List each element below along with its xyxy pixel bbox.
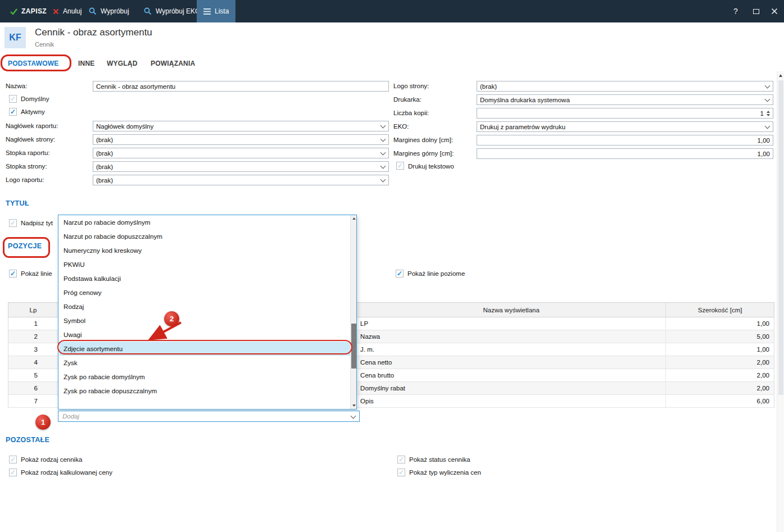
naglowek-raportu-select[interactable]: Nagłówek domyślny: [93, 121, 389, 131]
nadpisz-tytul-checkbox[interactable]: [9, 219, 17, 227]
margines-dolny-value: 1,00: [480, 137, 770, 144]
record-type-badge: KF: [4, 27, 26, 48]
cell-lp: 6: [8, 382, 58, 394]
drukarka-select[interactable]: Domyślna drukarka systemowa: [477, 94, 773, 105]
pokaz-rodzaj-cennika-checkbox[interactable]: [9, 456, 17, 463]
drukuj-tekstowo-checkbox[interactable]: [396, 162, 404, 170]
pokaz-status-cennika-label: Pokaż status cennika: [409, 456, 470, 463]
cell-nazwa: J. m.: [357, 343, 666, 356]
logo-strony-value: (brak): [480, 83, 765, 90]
cell-nazwa: LP: [357, 317, 666, 330]
dropdown-item[interactable]: Symbol: [59, 313, 350, 328]
dropdown-item[interactable]: Numeryczny kod kreskowy: [59, 243, 350, 257]
tab-powiazania[interactable]: POWIĄZANIA: [151, 60, 195, 67]
pokaz-linie-poziome-label: Pokaż linie poziome: [407, 270, 465, 277]
logo-raportu-select[interactable]: (brak): [93, 175, 389, 185]
margines-dolny-input[interactable]: 1,00: [477, 135, 773, 145]
cell-lp: 7: [8, 395, 58, 407]
dropdown-item[interactable]: PKWiU: [59, 257, 350, 271]
dropdown-item[interactable]: Próg cenowy: [59, 285, 350, 299]
check-icon: [10, 8, 17, 15]
cell-szerokosc: 5,00: [666, 330, 774, 343]
list-button[interactable]: Lista: [197, 0, 235, 22]
logo-strony-label: Logo strony:: [393, 83, 429, 89]
cell-szerokosc: 2,00: [666, 369, 774, 381]
scrollbar-thumb[interactable]: [778, 80, 783, 395]
dropdown-item[interactable]: Rodzaj: [59, 299, 350, 313]
cell-szerokosc: 2,00: [666, 356, 774, 369]
magnifier-icon: [89, 7, 97, 15]
save-label: ZAPISZ: [21, 7, 47, 15]
stopka-strony-label: Stopka strony:: [6, 163, 47, 170]
scroll-up-icon[interactable]: [351, 215, 357, 222]
stopka-strony-select[interactable]: (brak): [93, 161, 389, 172]
dropdown-item[interactable]: Zysk po rabacie domyślnym: [59, 370, 350, 384]
close-button[interactable]: [767, 0, 782, 22]
pokaz-rodzaj-kalkulowanej-label: Pokaż rodzaj kalkulowanej ceny: [21, 469, 112, 476]
main-scrollbar[interactable]: [777, 71, 784, 532]
scroll-down-icon[interactable]: [351, 402, 357, 409]
section-tytul: TYTUŁ: [6, 199, 29, 207]
annotation-badge-1: 1: [35, 415, 51, 430]
page-subtitle: Cennik: [35, 41, 54, 48]
scroll-up-icon[interactable]: [779, 74, 782, 77]
maximize-button[interactable]: [749, 0, 763, 22]
spinner-arrows-icon[interactable]: [767, 111, 770, 116]
pokaz-linie-checkbox[interactable]: [9, 270, 17, 278]
dropdown-item[interactable]: Zysk: [59, 356, 350, 370]
column-header-szerokosc[interactable]: Szerokość [cm]: [666, 303, 774, 317]
pokaz-linie-poziome-checkbox[interactable]: [396, 270, 404, 278]
column-header-lp[interactable]: Lp: [8, 303, 58, 317]
list-label: Lista: [215, 7, 229, 15]
dropdown-item[interactable]: Narzut po rabacie domyślnym: [59, 215, 350, 229]
chevron-down-icon: [380, 164, 386, 169]
try-eko-label: Wypróbuj EKO: [156, 7, 200, 15]
drukarka-label: Drukarka:: [393, 96, 422, 103]
chevron-down-icon: [351, 414, 356, 419]
nazwa-input[interactable]: Cennik - obraz asortymentu: [93, 81, 389, 92]
naglowek-strony-select[interactable]: (brak): [93, 134, 389, 145]
cell-lp: 4: [8, 356, 58, 369]
try-label: Wypróbuj: [101, 7, 129, 15]
liczba-kopii-stepper[interactable]: 1: [477, 108, 773, 119]
pokaz-rodzaj-kalkulowanej-checkbox[interactable]: [9, 469, 17, 476]
domyslny-checkbox[interactable]: [9, 95, 17, 103]
chevron-down-icon: [380, 137, 386, 142]
aktywny-label: Aktywny: [21, 108, 45, 115]
margines-gorny-input[interactable]: 1,00: [477, 148, 773, 159]
stopka-raportu-label: Stopka raportu:: [6, 149, 50, 156]
pokaz-status-cennika-checkbox[interactable]: [397, 456, 405, 463]
logo-strony-select[interactable]: (brak): [477, 81, 773, 92]
stopka-raportu-select[interactable]: (brak): [93, 148, 389, 158]
pokaz-typ-wyliczenia-checkbox[interactable]: [397, 469, 405, 476]
try-button[interactable]: Wypróbuj: [82, 0, 136, 22]
eko-select[interactable]: Drukuj z parametrów wydruku: [477, 121, 773, 132]
dropdown-item[interactable]: Narzut po rabacie dopuszczalnym: [59, 229, 350, 243]
dropdown-item[interactable]: Zysk po rabacie dopuszczalnym: [59, 384, 350, 398]
cell-szerokosc: 6,00: [666, 395, 774, 407]
nadpisz-tytul-label: Nadpisz tyt: [21, 220, 58, 226]
cell-szerokosc: 1,00: [666, 317, 774, 330]
page-title: Cennik - obraz asortymentu: [35, 27, 152, 38]
tab-inne[interactable]: INNE: [78, 60, 94, 67]
annotation-arrow: [142, 315, 192, 344]
margines-dolny-label: Margines dolny [cm]:: [393, 137, 453, 143]
toolbar: ZAPISZ Anuluj Wypróbuj Wypróbuj EKO List…: [0, 0, 784, 22]
dropdown-item[interactable]: Podstawa kalkulacji: [59, 271, 350, 285]
cancel-label: Anuluj: [63, 7, 81, 15]
section-pozostale: POZOSTAŁE: [6, 436, 49, 444]
stopka-raportu-value: (brak): [96, 150, 380, 157]
help-label: ?: [733, 7, 738, 16]
naglowek-strony-label: Nagłówek strony:: [6, 136, 55, 143]
logo-raportu-label: Logo raportu:: [6, 176, 44, 183]
add-column-combo[interactable]: Dodaj: [58, 411, 360, 422]
column-header-nazwa[interactable]: Nazwa wyświetlana: [357, 303, 666, 317]
dropdown-scrollbar[interactable]: [350, 215, 356, 409]
cell-nazwa: Domyślny rabat: [357, 382, 666, 394]
tab-wyglad[interactable]: WYGLĄD: [107, 60, 138, 67]
chevron-down-icon: [380, 178, 386, 183]
aktywny-checkbox[interactable]: [9, 108, 17, 116]
margines-gorny-label: Margines górny [cm]:: [393, 150, 454, 157]
chevron-down-icon: [765, 97, 770, 102]
help-button[interactable]: ?: [728, 0, 743, 22]
